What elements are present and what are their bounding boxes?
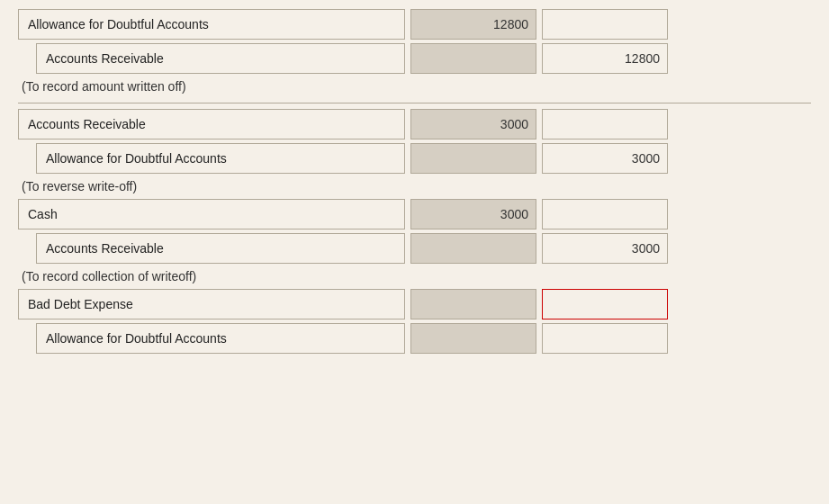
entry-row: Allowance for Doubtful Accounts 12800 [18, 9, 811, 40]
debit-amount: 3000 [500, 117, 528, 131]
credit-amount: 12800 [625, 51, 660, 66]
credit-cell-allowance3[interactable] [542, 323, 668, 354]
account-label-allowance3[interactable]: Allowance for Doubtful Accounts [36, 323, 405, 354]
section-record-collection: Cash 3000 Accounts Receivable 3000 (To r… [18, 199, 811, 284]
debit-amount: 12800 [493, 17, 528, 32]
debit-cell-ar2[interactable]: 3000 [410, 109, 536, 140]
credit-cell-allowance[interactable] [542, 9, 668, 40]
credit-amount: 3000 [632, 241, 660, 256]
credit-cell-bad-debt[interactable] [542, 289, 668, 320]
account-label-allowance[interactable]: Allowance for Doubtful Accounts [18, 9, 405, 40]
account-label-bad-debt[interactable]: Bad Debt Expense [18, 289, 405, 320]
entry-row: Cash 3000 [18, 199, 811, 230]
debit-cell-bad-debt[interactable] [410, 289, 536, 320]
account-label-text: Accounts Receivable [46, 241, 164, 256]
entry-row: Allowance for Doubtful Accounts 3000 [18, 143, 811, 174]
account-label-text: Accounts Receivable [28, 117, 146, 131]
debit-cell-cash[interactable]: 3000 [410, 199, 536, 230]
section-bad-debt: Bad Debt Expense Allowance for Doubtful … [18, 289, 811, 354]
debit-cell-allowance3[interactable] [410, 323, 536, 354]
account-label-allowance2[interactable]: Allowance for Doubtful Accounts [36, 143, 405, 174]
page-container: Allowance for Doubtful Accounts 12800 Ac… [0, 0, 829, 504]
debit-amount: 3000 [500, 207, 528, 221]
account-label-text: Cash [28, 207, 58, 221]
account-label-text: Bad Debt Expense [28, 297, 133, 311]
entry-row: Bad Debt Expense [18, 289, 811, 320]
entry-row: Accounts Receivable 12800 [18, 43, 811, 74]
credit-cell-allowance2[interactable]: 3000 [542, 143, 668, 174]
account-label-cash[interactable]: Cash [18, 199, 405, 230]
debit-cell-allowance2[interactable] [410, 143, 536, 174]
credit-cell-ar3[interactable]: 3000 [542, 233, 668, 264]
section-reverse-writeoff: Accounts Receivable 3000 Allowance for D… [18, 109, 811, 194]
entry-row: Accounts Receivable 3000 [18, 109, 811, 140]
section-top-partial: Allowance for Doubtful Accounts 12800 Ac… [18, 9, 811, 104]
account-label-text: Allowance for Doubtful Accounts [28, 17, 209, 32]
account-label-text: Allowance for Doubtful Accounts [46, 151, 227, 166]
credit-amount: 3000 [632, 151, 660, 166]
note-text: (To reverse write-off) [22, 179, 811, 194]
entry-row: Accounts Receivable 3000 [18, 233, 811, 264]
entry-row: Allowance for Doubtful Accounts [18, 323, 811, 354]
note-text: (To record amount written off) [22, 79, 811, 94]
account-label-ar3[interactable]: Accounts Receivable [36, 233, 405, 264]
credit-cell-ar[interactable]: 12800 [542, 43, 668, 74]
account-label-ar[interactable]: Accounts Receivable [36, 43, 405, 74]
account-label-text: Allowance for Doubtful Accounts [46, 331, 227, 346]
debit-cell-allowance[interactable]: 12800 [410, 9, 536, 40]
credit-cell-cash[interactable] [542, 199, 668, 230]
note-text: (To record collection of writeoff) [22, 269, 811, 284]
account-label-text: Accounts Receivable [46, 51, 164, 66]
debit-cell-ar[interactable] [410, 43, 536, 74]
credit-cell-ar2[interactable] [542, 109, 668, 140]
account-label-ar2[interactable]: Accounts Receivable [18, 109, 405, 140]
debit-cell-ar3[interactable] [410, 233, 536, 264]
